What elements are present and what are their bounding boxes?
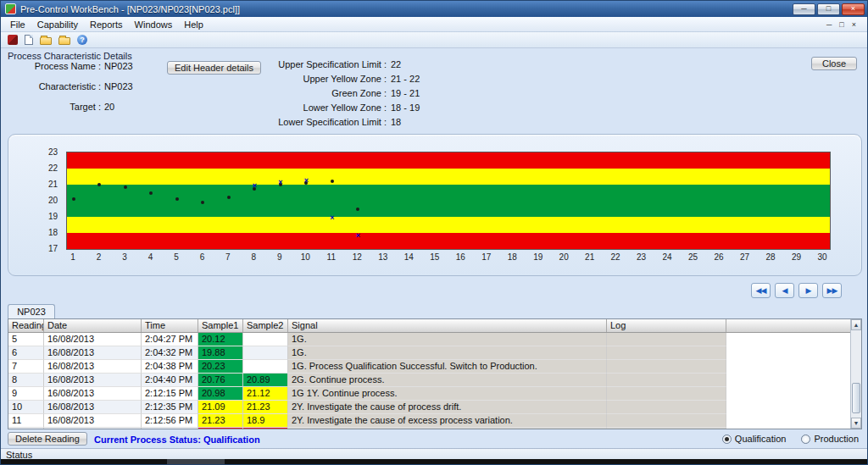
y-tick-label: 19	[48, 212, 58, 221]
cell-time: 2:04:40 PM	[142, 374, 198, 387]
close-window-button[interactable]: ×	[842, 3, 865, 15]
edit-header-button[interactable]: Edit Header details	[167, 61, 261, 75]
help-icon[interactable]	[77, 35, 87, 45]
delete-reading-button[interactable]: Delete Reading	[8, 432, 87, 446]
limit-field-value: 18 - 19	[391, 102, 420, 113]
nav-last-button[interactable]: ▶▶	[822, 283, 842, 298]
x-tick-label: 15	[426, 252, 443, 262]
x-tick-label: 20	[555, 252, 572, 262]
detail-field-value: NP023	[104, 81, 133, 92]
nav-prev-button[interactable]: ◀	[775, 283, 794, 298]
cell-sample2	[243, 333, 288, 346]
x-tick-label: 30	[814, 252, 831, 262]
process-status-text: Current Process Status: Qualification	[94, 435, 260, 445]
taskbar-item[interactable]	[167, 459, 225, 464]
scrollbar-thumb[interactable]	[852, 383, 860, 413]
table-row[interactable]: 1016/08/20132:12:35 PM21.0921.232Y. Inve…	[8, 401, 861, 414]
radio-circle[interactable]	[801, 435, 810, 444]
limit-field-value: 18	[391, 117, 401, 127]
cell-date: 16/08/2013	[44, 333, 142, 346]
column-header-signal[interactable]: Signal	[288, 319, 607, 332]
cell-date: 16/08/2013	[44, 414, 142, 428]
cell-sample1: 20.23	[198, 360, 243, 374]
limit-field: Green Zone :19 - 21	[251, 88, 420, 98]
cell-signal: 1G. Process Qualification Successful. Sw…	[288, 360, 607, 374]
close-button[interactable]: Close	[811, 57, 857, 70]
radio-circle[interactable]	[722, 435, 732, 444]
radio-qualification[interactable]: Qualification	[722, 434, 787, 444]
scroll-down-button[interactable]	[851, 418, 861, 429]
cell-reading: 10	[8, 401, 44, 414]
table-row[interactable]: 616/08/20132:04:32 PM19.881G.	[8, 346, 861, 360]
mdi-restore-button[interactable]: □	[839, 20, 843, 29]
new-document-icon[interactable]	[25, 35, 33, 45]
maximize-button[interactable]: □	[817, 3, 840, 15]
column-header-time[interactable]: Time	[142, 319, 198, 332]
cell-reading: 11	[8, 414, 44, 428]
chart-zone-upper-yellow	[67, 169, 830, 185]
spec-limits: Upper Specification Limit :22Upper Yello…	[251, 59, 420, 131]
cell-time	[142, 428, 198, 429]
table-row[interactable]	[8, 428, 861, 429]
y-tick-label: 18	[48, 228, 58, 237]
table-row[interactable]: 916/08/20132:12:15 PM20.9821.121G 1Y. Co…	[8, 387, 861, 401]
status-radio-group: QualificationProduction	[722, 434, 859, 444]
application-window: Pre-Control WorkBench - [NP023/NP023[NP0…	[0, 0, 868, 465]
cell-date: 16/08/2013	[44, 374, 142, 387]
nav-first-button[interactable]: ◀◀	[751, 283, 771, 298]
cell-log	[607, 414, 726, 428]
menu-item-file[interactable]: File	[4, 18, 31, 31]
column-header-reading[interactable]: Reading	[8, 319, 44, 332]
detail-field-value: NP023	[104, 61, 133, 72]
detail-field: Target :20	[8, 102, 133, 113]
x-tick-label: 3	[116, 252, 133, 262]
x-tick-label: 17	[478, 252, 495, 262]
table-row[interactable]: 1116/08/20132:12:56 PM21.2318.92Y. Inves…	[8, 414, 861, 428]
nav-next-button[interactable]: ▶	[798, 283, 818, 298]
limit-field: Upper Yellow Zone :21 - 22	[251, 74, 420, 84]
tab-np023[interactable]: NP023	[8, 304, 55, 318]
cell-reading: 7	[8, 360, 44, 374]
menu-item-windows[interactable]: Windows	[129, 18, 179, 31]
detail-field: Characteristic :NP023	[8, 81, 133, 92]
window-controls: ─ □ ×	[793, 3, 865, 15]
detail-field-value: 20	[104, 102, 114, 113]
cell-sample2: 21.23	[243, 401, 288, 414]
x-tick-label: 4	[142, 252, 159, 262]
title-bar: Pre-Control WorkBench - [NP023/NP023[NP0…	[1, 1, 867, 17]
column-header-sample1[interactable]: Sample1	[198, 319, 243, 332]
x-tick-label: 13	[375, 252, 392, 262]
x-tick-label: 16	[452, 252, 469, 262]
minimize-button[interactable]: ─	[793, 3, 815, 15]
column-header-log[interactable]: Log	[607, 319, 726, 332]
open-folder-icon[interactable]	[40, 37, 52, 45]
menu-item-help[interactable]: Help	[178, 18, 209, 31]
y-tick-label: 20	[48, 196, 58, 205]
menu-bar: FileCapabilityReportsWindowsHelp ─ □ ×	[1, 17, 867, 32]
cell-sample1: 20.12	[198, 333, 243, 346]
cell-log	[607, 360, 726, 374]
import-folder-icon[interactable]	[58, 37, 70, 45]
table-row[interactable]: 516/08/20132:04:27 PM20.121G.	[8, 333, 861, 346]
mdi-minimize-button[interactable]: ─	[826, 20, 832, 29]
scroll-up-button[interactable]	[851, 319, 861, 330]
menu-item-reports[interactable]: Reports	[84, 18, 129, 31]
cell-time: 2:04:38 PM	[142, 360, 198, 374]
mdi-close-button[interactable]: ×	[852, 20, 856, 29]
chart-point-sample2: ×	[304, 177, 309, 185]
cell-reading: 9	[8, 387, 44, 401]
radio-production[interactable]: Production	[801, 434, 859, 444]
x-tick-label: 1	[64, 252, 81, 262]
table-row[interactable]: 816/08/20132:04:40 PM20.7620.892G. Conti…	[8, 374, 861, 387]
section-title: Process Characteristic Details	[8, 51, 132, 61]
y-tick-label: 23	[48, 147, 58, 157]
radio-label: Qualification	[735, 434, 787, 444]
cell-time: 2:04:32 PM	[142, 346, 198, 360]
x-tick-label: 23	[633, 252, 650, 262]
column-header-sample2[interactable]: Sample2	[243, 319, 288, 332]
column-header-date[interactable]: Date	[44, 319, 142, 332]
menu-item-capability[interactable]: Capability	[31, 18, 84, 31]
table-scrollbar[interactable]	[850, 319, 861, 429]
chart-point-sample1	[149, 191, 153, 195]
table-row[interactable]: 716/08/20132:04:38 PM20.231G. Process Qu…	[8, 360, 861, 374]
